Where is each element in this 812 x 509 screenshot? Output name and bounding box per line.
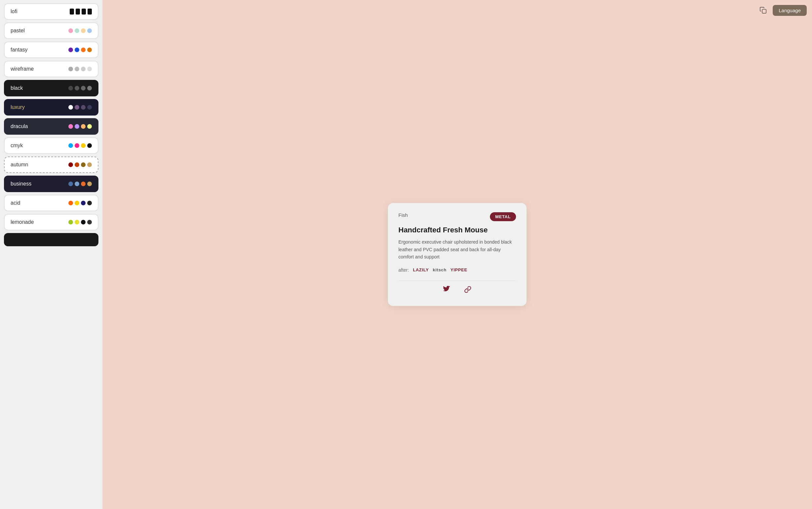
color-dot <box>68 201 73 205</box>
theme-dots-dracula <box>68 124 92 129</box>
theme-label-acid: acid <box>10 200 20 206</box>
theme-item-autumn[interactable]: autumn <box>4 157 98 173</box>
color-dot <box>68 86 73 91</box>
card-actions <box>398 280 516 296</box>
product-card: Fish METAL Handcrafted Fresh Mouse Ergon… <box>388 203 527 306</box>
color-dot <box>81 220 86 225</box>
copy-icon-button[interactable] <box>757 4 770 16</box>
twitter-icon-button[interactable] <box>441 283 452 296</box>
color-dot <box>87 86 92 91</box>
theme-label-wireframe: wireframe <box>10 66 34 72</box>
theme-dots-cmyk <box>68 143 92 148</box>
color-dot <box>68 162 73 167</box>
theme-dots-lofi <box>70 8 92 14</box>
color-dot <box>68 143 73 148</box>
color-dot <box>75 162 79 167</box>
theme-item-cmyk[interactable]: cmyk <box>4 137 98 154</box>
theme-item-dracula[interactable]: dracula <box>4 118 98 135</box>
theme-sidebar: lofipastelfantasywireframeblackluxurydra… <box>0 0 102 509</box>
color-dot <box>75 143 79 148</box>
theme-item-lofi[interactable]: lofi <box>4 3 98 20</box>
color-dot <box>81 162 86 167</box>
theme-dots-black <box>68 86 92 91</box>
card-header: Fish METAL <box>398 212 516 221</box>
theme-item-lemonade[interactable]: lemonade <box>4 214 98 230</box>
tag-kitsch[interactable]: kitsch <box>433 267 446 272</box>
color-dot <box>75 47 79 52</box>
card-tags: after: LAZILY kitsch YIPPEE <box>398 267 516 273</box>
color-dot <box>87 181 92 186</box>
color-dot <box>75 220 79 225</box>
color-dot <box>81 67 86 71</box>
color-dot <box>87 47 92 52</box>
color-dot <box>87 28 92 33</box>
theme-label-lofi: lofi <box>10 8 17 14</box>
topbar: Language <box>752 0 812 21</box>
theme-dots-luxury <box>68 105 92 110</box>
card-container: Fish METAL Handcrafted Fresh Mouse Ergon… <box>102 0 812 509</box>
color-dot <box>75 181 79 186</box>
language-button[interactable]: Language <box>773 5 807 16</box>
card-category: Fish <box>398 212 408 218</box>
theme-label-black: black <box>10 85 23 91</box>
color-dot <box>68 28 73 33</box>
theme-item-bottom[interactable] <box>4 233 98 246</box>
theme-dots-wireframe <box>68 67 92 71</box>
color-dot <box>81 143 86 148</box>
color-dot <box>75 201 79 205</box>
link-icon-button[interactable] <box>462 283 474 296</box>
theme-item-fantasy[interactable]: fantasy <box>4 42 98 58</box>
theme-item-luxury[interactable]: luxury <box>4 99 98 115</box>
color-dot <box>68 220 73 225</box>
color-dot <box>81 105 86 110</box>
theme-label-business: business <box>10 181 31 187</box>
theme-label-luxury: luxury <box>10 104 25 110</box>
theme-dots-lemonade <box>68 220 92 225</box>
link-icon <box>464 286 471 293</box>
color-dot <box>75 86 79 91</box>
color-dot <box>68 67 73 71</box>
color-dot <box>81 86 86 91</box>
color-dot <box>75 124 79 129</box>
color-dot <box>75 105 79 110</box>
theme-dots-pastel <box>68 28 92 33</box>
copy-icon <box>759 7 767 14</box>
color-dot <box>68 124 73 129</box>
svg-rect-0 <box>762 9 767 13</box>
color-dot <box>87 220 92 225</box>
theme-label-cmyk: cmyk <box>10 143 23 148</box>
theme-item-black[interactable]: black <box>4 80 98 96</box>
theme-label-autumn: autumn <box>10 162 28 168</box>
theme-item-pastel[interactable]: pastel <box>4 23 98 39</box>
color-dot <box>81 124 86 129</box>
color-dot <box>68 181 73 186</box>
color-dot <box>75 67 79 71</box>
color-dot <box>81 181 86 186</box>
theme-label-pastel: pastel <box>10 28 25 34</box>
theme-dots-fantasy <box>68 47 92 52</box>
theme-item-acid[interactable]: acid <box>4 195 98 211</box>
theme-dots-business <box>68 181 92 186</box>
color-dot <box>81 201 86 205</box>
color-dot <box>87 143 92 148</box>
color-dot <box>87 162 92 167</box>
theme-label-lemonade: lemonade <box>10 219 34 225</box>
card-tags-label: after: <box>398 267 409 273</box>
tag-lazily[interactable]: LAZILY <box>413 267 429 272</box>
tag-yippee[interactable]: YIPPEE <box>450 267 467 272</box>
theme-item-wireframe[interactable]: wireframe <box>4 61 98 77</box>
twitter-icon <box>443 286 450 293</box>
color-dot <box>87 124 92 129</box>
color-dot <box>81 47 86 52</box>
card-title: Handcrafted Fresh Mouse <box>398 226 516 234</box>
card-description: Ergonomic executive chair upholstered in… <box>398 238 516 261</box>
color-dot <box>87 105 92 110</box>
theme-dots-autumn <box>68 162 92 167</box>
color-dot <box>68 47 73 52</box>
theme-item-business[interactable]: business <box>4 176 98 192</box>
color-dot <box>87 201 92 205</box>
main-content: Language Fish METAL Handcrafted Fresh Mo… <box>102 0 812 509</box>
color-dot <box>75 28 79 33</box>
theme-label-dracula: dracula <box>10 124 28 129</box>
color-dot <box>81 28 86 33</box>
